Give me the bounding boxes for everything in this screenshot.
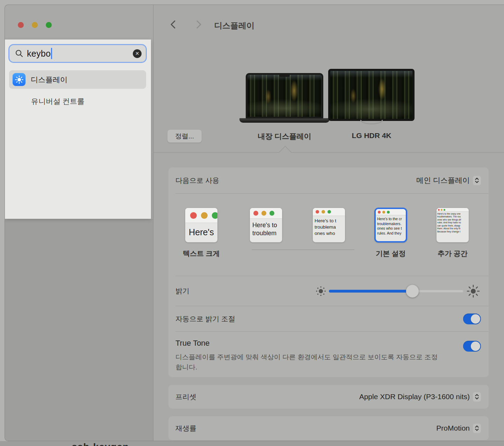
system-settings-window: 디스플레이 keybo ✕ xyxy=(5,5,504,441)
mini-window-titlebar xyxy=(185,208,217,223)
scaling-option-텍스트 크게[interactable]: Here's텍스트 크게 xyxy=(185,208,218,243)
builtin-display-screen xyxy=(246,73,323,118)
close-window-button[interactable] xyxy=(18,22,24,28)
mini-traffic-light xyxy=(269,211,274,216)
mini-traffic-light xyxy=(253,211,258,216)
scaling-option-label: 텍스트 크게 xyxy=(183,249,220,258)
search-result-label: 유니버설 컨트롤 xyxy=(31,96,85,106)
mini-window-preview: Here's to the crtroublemakers.ones who s… xyxy=(374,208,407,243)
mini-window-body-text: Here's xyxy=(185,223,217,242)
scaling-options-connector-line xyxy=(252,250,354,250)
mini-traffic-light xyxy=(444,209,445,211)
monitor-stand xyxy=(360,120,383,124)
clear-search-button[interactable]: ✕ xyxy=(133,49,142,58)
mini-traffic-light xyxy=(190,212,197,219)
scaling-option-label: 기본 설정 xyxy=(376,249,406,258)
brightness-slider-fill xyxy=(329,290,412,293)
refresh-rate-popup[interactable]: ProMotion xyxy=(436,424,481,433)
arrange-button[interactable]: 정렬... xyxy=(167,130,202,143)
use-as-label: 다음으로 사용 xyxy=(175,176,219,185)
mini-traffic-light xyxy=(438,209,440,211)
brightness-slider-knob[interactable] xyxy=(406,285,419,297)
mini-window-titlebar xyxy=(313,208,345,216)
mini-traffic-light xyxy=(201,212,208,219)
preset-card: 프리셋 Apple XDR Display (P3-1600 nits) xyxy=(168,385,489,409)
background-window-strip: ssh-keygen xyxy=(0,441,504,446)
true-tone-toggle[interactable] xyxy=(463,341,481,352)
background-text: ssh-keygen xyxy=(72,441,129,446)
mini-window-body-text: Here's to the crazy onetroublemakers. Th… xyxy=(437,212,469,234)
back-button[interactable] xyxy=(168,20,178,29)
preset-popup[interactable]: Apple XDR Display (P3-1600 nits) xyxy=(359,392,481,402)
mini-window-titlebar xyxy=(250,208,282,219)
true-tone-description: 디스플레이를 주변광에 맞춰 색상이 다른 환경에서도 일관적으로 보이도록 자… xyxy=(175,352,441,373)
display-settings-card: 다음으로 사용 메인 디스플레이 Here's텍스트 크게Here's totr… xyxy=(168,167,489,377)
search-input[interactable]: keybo ✕ xyxy=(8,44,147,63)
forward-button[interactable] xyxy=(194,20,203,29)
mini-window-titlebar xyxy=(437,208,469,212)
search-result-universal-control[interactable]: 유니버설 컨트롤 xyxy=(31,94,143,109)
scaling-option-3[interactable]: Here's to ttroublemaones who xyxy=(312,208,345,243)
scaling-option-추가 공간[interactable]: Here's to the crazy onetroublemakers. Th… xyxy=(436,208,469,243)
mini-window-preview: Here's xyxy=(185,208,218,243)
mini-traffic-light xyxy=(441,209,442,211)
toggle-knob xyxy=(471,341,480,351)
scaling-option-label: 추가 공간 xyxy=(438,249,468,258)
mini-traffic-light xyxy=(327,210,331,214)
toggle-knob xyxy=(471,314,480,324)
mini-traffic-light xyxy=(316,210,319,214)
mini-window-body-text: Here's to the crtroublemakers.ones who s… xyxy=(376,215,406,237)
text-cursor xyxy=(51,48,52,59)
scaling-options-row: Here's텍스트 크게Here's totroublemHere's to t… xyxy=(168,194,489,276)
laptop-base xyxy=(239,118,330,123)
preset-value: Apple XDR Display (P3-1600 nits) xyxy=(359,393,470,401)
mini-traffic-light xyxy=(378,211,381,214)
use-as-popup[interactable]: 메인 디스플레이 xyxy=(416,175,481,185)
zoom-window-button[interactable] xyxy=(46,22,52,28)
search-result-displays[interactable]: 디스플레이 xyxy=(9,70,146,89)
minimize-window-button[interactable] xyxy=(32,22,38,28)
search-result-label: 디스플레이 xyxy=(31,75,67,85)
scaling-option-기본 설정[interactable]: Here's to the crtroublemakers.ones who s… xyxy=(374,208,407,243)
refresh-rate-label: 재생률 xyxy=(175,424,196,433)
selected-display-caret xyxy=(279,146,292,159)
brightness-slider[interactable] xyxy=(329,290,463,293)
mini-traffic-light xyxy=(212,212,218,219)
mini-window-body-text: Here's to ttroublemaones who xyxy=(313,216,345,238)
refresh-rate-card: 재생률 ProMotion xyxy=(168,416,489,440)
desktop: { "window": { "title": "디스플레이", "sidebar… xyxy=(0,0,504,446)
preset-label: 프리셋 xyxy=(175,392,196,402)
external-display-label: LG HDR 4K xyxy=(326,131,417,140)
display-brightness-icon xyxy=(13,73,26,86)
search-results-panel: keybo ✕ 디스플레이 유니버설 컨트롤 xyxy=(5,39,151,219)
true-tone-label: True Tone xyxy=(175,339,441,348)
scaling-option-2[interactable]: Here's totroublem xyxy=(250,208,282,243)
page-title: 디스플레이 xyxy=(214,20,254,31)
sidebar-dimmed-area xyxy=(5,219,153,441)
brightness-high-icon xyxy=(466,284,480,298)
auto-brightness-label: 자동으로 밝기 조절 xyxy=(175,314,235,324)
mini-traffic-light xyxy=(322,210,325,214)
search-input-value: keybo xyxy=(27,49,51,59)
mini-traffic-light xyxy=(387,211,390,214)
refresh-rate-value: ProMotion xyxy=(436,424,470,432)
brightness-label: 밝기 xyxy=(175,286,189,296)
mini-traffic-light xyxy=(382,211,385,214)
sidebar-content-divider xyxy=(153,5,153,441)
builtin-display-thumbnail[interactable] xyxy=(244,73,325,123)
use-as-value: 메인 디스플레이 xyxy=(416,175,470,185)
builtin-display-label: 내장 디스플레이 xyxy=(239,131,330,141)
laptop-notch xyxy=(279,75,290,77)
mini-window-titlebar xyxy=(376,209,406,215)
mini-window-preview: Here's to ttroublemaones who xyxy=(312,208,345,243)
mini-window-preview: Here's to the crazy onetroublemakers. Th… xyxy=(436,208,469,243)
auto-brightness-toggle[interactable] xyxy=(463,314,481,324)
search-icon xyxy=(15,49,23,58)
chevron-up-down-icon[interactable] xyxy=(473,424,481,433)
mini-window-body-text: Here's totroublem xyxy=(250,219,282,240)
brightness-low-icon xyxy=(315,285,327,297)
section-divider xyxy=(153,152,504,153)
chevron-up-down-icon[interactable] xyxy=(473,392,481,402)
external-display-thumbnail[interactable] xyxy=(328,69,415,124)
chevron-up-down-icon[interactable] xyxy=(473,176,481,185)
